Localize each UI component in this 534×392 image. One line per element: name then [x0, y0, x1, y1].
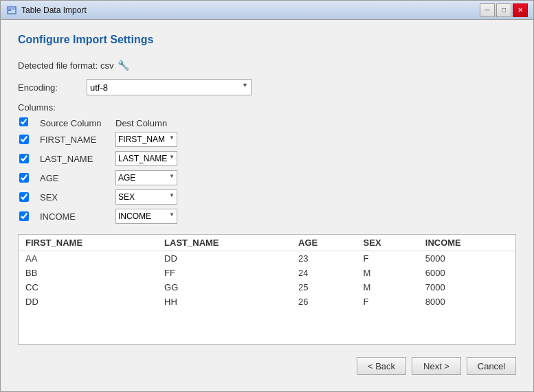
column-row: INCOMEINCOME [19, 207, 516, 226]
page-title: Configure Import Settings [18, 34, 516, 46]
table-cell: GG [157, 280, 291, 295]
file-format-text: Detected file format: csv [18, 60, 113, 71]
table-row: AADD23F5000 [19, 251, 515, 266]
column-row: LAST_NAMELAST_NAME [19, 149, 516, 168]
source-col-name-4: INCOME [40, 211, 115, 222]
encoding-select-wrapper: utf-8 utf-16 ascii latin-1 [87, 79, 252, 95]
table-row: DDHH26F8000 [19, 295, 515, 309]
window-title: Table Data Import [21, 5, 480, 15]
table-cell: 25 [291, 280, 356, 295]
table-cell: 24 [291, 266, 356, 280]
source-col-name-0: FIRST_NAME [40, 135, 115, 145]
table-cell: DD [157, 251, 291, 266]
table-cell: M [357, 280, 419, 295]
dest-select-1[interactable]: LAST_NAME [115, 151, 177, 166]
table-cell: HH [157, 295, 291, 309]
table-cell: 5000 [419, 251, 515, 266]
column-rows-container: FIRST_NAMEFIRST_NAMFIRST_NAMELAST_NAMELA… [18, 130, 516, 226]
table-cell: 7000 [419, 280, 515, 295]
file-format-row: Detected file format: csv 🔧 [18, 60, 516, 71]
columns-header: Source Column Dest Column [19, 116, 516, 130]
close-button[interactable]: ✕ [513, 3, 528, 17]
back-button[interactable]: < Back [357, 357, 406, 375]
column-checkbox-0[interactable] [19, 135, 29, 144]
source-column-header: Source Column [40, 118, 115, 128]
dest-select-3[interactable]: SEX [115, 189, 177, 205]
restore-button[interactable]: □ [496, 3, 511, 17]
table-row: CCGG25M7000 [19, 280, 515, 295]
preview-col-header: INCOME [419, 235, 515, 251]
table-cell: F [357, 251, 419, 266]
preview-table-container: FIRST_NAMELAST_NAMEAGESEXINCOME AADD23F5… [18, 234, 516, 345]
column-checkbox-2[interactable] [19, 173, 29, 183]
preview-col-header: AGE [291, 235, 356, 251]
columns-all-checkbox[interactable] [19, 117, 28, 126]
dest-select-2[interactable]: AGE [115, 170, 177, 185]
encoding-label: Encoding: [18, 82, 87, 93]
column-row: AGEAGE [19, 168, 516, 187]
column-row: SEXSEX [19, 187, 516, 207]
source-col-name-1: LAST_NAME [40, 154, 115, 164]
next-button[interactable]: Next > [412, 357, 461, 375]
table-cell: M [357, 266, 419, 280]
content-area: Configure Import Settings Detected file … [1, 20, 533, 391]
cancel-button[interactable]: Cancel [467, 357, 516, 375]
column-row: FIRST_NAMEFIRST_NAMFIRST_NAME [19, 130, 516, 149]
table-cell: 8000 [419, 295, 515, 309]
table-cell: 6000 [419, 266, 515, 280]
table-cell: 23 [291, 251, 356, 266]
source-col-name-2: AGE [40, 173, 115, 183]
title-bar: Table Data Import ─ □ ✕ [1, 1, 533, 20]
wrench-icon[interactable]: 🔧 [118, 60, 129, 71]
preview-col-header: SEX [357, 235, 419, 251]
table-row: BBFF24M6000 [19, 266, 515, 280]
preview-col-header: LAST_NAME [157, 235, 291, 251]
dest-select-wrapper-4: INCOME [115, 209, 177, 224]
source-col-name-3: SEX [40, 192, 115, 203]
dest-select-wrapper-2: AGE [115, 170, 177, 185]
columns-label: Columns: [18, 102, 516, 113]
table-cell: AA [19, 251, 157, 266]
dest-select-0[interactable]: FIRST_NAMFIRST_NAME [115, 132, 177, 147]
encoding-row: Encoding: utf-8 utf-16 ascii latin-1 [18, 79, 516, 95]
table-cell: BB [19, 266, 157, 280]
column-checkbox-4[interactable] [19, 211, 29, 221]
table-cell: CC [19, 280, 157, 295]
table-cell: F [357, 295, 419, 309]
encoding-select[interactable]: utf-8 utf-16 ascii latin-1 [87, 79, 252, 95]
table-cell: 26 [291, 295, 356, 309]
dest-select-wrapper-0: FIRST_NAMFIRST_NAME [115, 132, 177, 147]
preview-col-header: FIRST_NAME [19, 235, 157, 251]
minimize-button[interactable]: ─ [480, 3, 495, 17]
window-icon [6, 5, 17, 16]
preview-table: FIRST_NAMELAST_NAMEAGESEXINCOME AADD23F5… [19, 235, 515, 309]
preview-table-header: FIRST_NAMELAST_NAMEAGESEXINCOME [19, 235, 515, 251]
dest-select-4[interactable]: INCOME [115, 209, 177, 224]
main-window: Table Data Import ─ □ ✕ Configure Import… [0, 0, 534, 392]
svg-rect-2 [8, 10, 11, 11]
columns-section: Columns: Source Column Dest Column FIRST… [18, 102, 516, 226]
dest-select-wrapper-1: LAST_NAME [115, 151, 177, 166]
table-cell: FF [157, 266, 291, 280]
preview-table-body: AADD23F5000BBFF24M6000CCGG25M7000DDHH26F… [19, 251, 515, 310]
window-controls: ─ □ ✕ [480, 3, 528, 17]
column-checkbox-3[interactable] [19, 192, 29, 202]
dest-column-header: Dest Column [115, 118, 167, 128]
dest-select-wrapper-3: SEX [115, 189, 177, 205]
footer: < Back Next > Cancel [18, 351, 516, 378]
column-checkbox-1[interactable] [19, 154, 29, 163]
table-cell: DD [19, 295, 157, 309]
